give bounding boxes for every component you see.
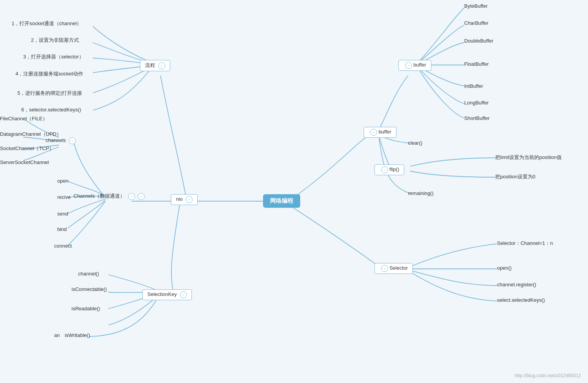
step4-label: 4，注册连接服务端socket动作 <box>15 71 83 77</box>
channels-node: channels − <box>46 137 76 144</box>
selectionkey-label: SelectionKey <box>147 291 177 297</box>
shortbuffer-label: ShortBuffer <box>464 115 490 121</box>
buffer-main-label: buffer <box>379 129 391 135</box>
doublebuffer: DoubleBuffer <box>464 38 494 44</box>
datagramchannel: DatagramChannel（UPD） <box>0 131 62 138</box>
bind-label: bind <box>57 226 67 232</box>
send-label: send <box>57 211 68 217</box>
filechannel: FileChannel（FILE） <box>0 115 48 122</box>
selector-collapse[interactable]: − <box>381 265 388 272</box>
connect-node: connect <box>54 243 72 249</box>
liucheng-label: 流程 <box>145 62 155 68</box>
bind-node: bind <box>57 226 67 232</box>
step2-label: 2，设置为非阻塞方式 <box>31 37 79 43</box>
watermark: http://blog.csdn.net/u012485012 <box>515 373 581 378</box>
iswritable-fn: an isWritable() <box>54 332 90 339</box>
selector-open: open() <box>497 265 512 271</box>
filechannel-label: FileChannel（FILE） <box>0 116 48 121</box>
floatbuffer-label: FloatBuffer <box>464 61 489 67</box>
recive-label: recive <box>57 194 71 200</box>
liucheng-node: 流程 − <box>140 60 170 71</box>
selector-child1-label: Selector：Channel=1：n <box>497 240 553 246</box>
channels-label: channels <box>46 137 66 143</box>
nio-node: nio − <box>171 194 198 205</box>
flip-collapse[interactable]: − <box>381 166 388 173</box>
clear-fn-label: clear() <box>408 140 422 146</box>
isreadable-fn: isReadable() <box>72 306 100 311</box>
floatbuffer: FloatBuffer <box>464 61 489 67</box>
flip-child1: 把limit设置为当前的position值 <box>495 154 562 161</box>
step4: 4，注册连接服务端socket动作 <box>15 70 83 77</box>
buffer-sub-node: − buffer <box>398 60 431 71</box>
send-node: send <box>57 211 68 217</box>
channel-fn-label: channel() <box>78 271 99 277</box>
flip-child1-label: 把limit设置为当前的position值 <box>495 154 562 160</box>
selector-child1: Selector：Channel=1：n <box>497 240 553 247</box>
open-label: open <box>57 178 68 184</box>
recive-node: recive <box>57 194 71 200</box>
liucheng-collapse[interactable]: − <box>158 62 165 69</box>
step5-label: 5，进行服务的绑定|打开连接 <box>17 90 82 96</box>
clear-fn: clear() <box>408 140 422 146</box>
socketchannel-label: SocketChannel（TCP） <box>0 145 54 151</box>
step6: 6，selector.selectedKeys() <box>21 106 81 113</box>
step2: 2，设置为非阻塞方式 <box>31 37 79 44</box>
nio-label: nio <box>176 196 183 202</box>
buffer-main-node: − buffer <box>364 127 397 138</box>
center-label: 网络编程 <box>263 194 300 208</box>
isconnectable-fn: isConnectable() <box>72 286 107 292</box>
buffer-sub-collapse[interactable]: − <box>405 62 412 69</box>
nio-collapse[interactable]: − <box>186 196 193 203</box>
step1: 1，打开socket通道（channel） <box>12 20 82 27</box>
buffer-sub-label: buffer <box>414 62 426 68</box>
remaining-fn-label: remaining() <box>408 190 434 196</box>
channel-register: channel.register() <box>497 282 536 287</box>
select-selected-keys: select.selectedKeys() <box>497 297 545 303</box>
doublebuffer-label: DoubleBuffer <box>464 38 494 44</box>
longbuffer: LongBuffer <box>464 100 489 106</box>
step1-label: 1，打开socket通道（channel） <box>12 21 82 26</box>
selector-open-label: open() <box>497 265 512 271</box>
channels-data-label: Channels（数据通道） <box>74 193 125 199</box>
datagramchannel-label: DatagramChannel（UPD） <box>0 131 62 137</box>
buffer-main-collapse[interactable]: − <box>370 129 377 136</box>
flip-child2-label: 把position设置为0 <box>495 174 535 180</box>
shortbuffer: ShortBuffer <box>464 115 490 121</box>
an-label: an isWritable() <box>54 332 90 338</box>
intbuffer-label: IntBuffer <box>464 83 483 89</box>
channels-data-collapse[interactable]: − <box>128 193 135 200</box>
charbuffer-label: CharBuffer <box>464 20 489 26</box>
selector-label: Selector <box>390 265 408 271</box>
channels-data-node: Channels（数据通道） − − <box>74 193 145 200</box>
selectionkey-node: SelectionKey − <box>142 289 192 300</box>
open-node: open <box>57 178 68 184</box>
channels-collapse[interactable]: − <box>69 137 76 144</box>
connect-label: connect <box>54 243 72 249</box>
select-selected-keys-label: select.selectedKeys() <box>497 297 545 303</box>
intbuffer: IntBuffer <box>464 83 483 89</box>
step6-label: 6，selector.selectedKeys() <box>21 107 81 113</box>
longbuffer-label: LongBuffer <box>464 100 489 106</box>
selectionkey-collapse[interactable]: − <box>180 291 187 298</box>
bytebuffer-label: ByteBuffer <box>464 3 487 9</box>
flip-node: − flip() <box>374 164 404 175</box>
remaining-fn: remaining() <box>408 190 434 196</box>
serversocketchannel-label: ServerSocketChannel <box>0 159 49 165</box>
step5: 5，进行服务的绑定|打开连接 <box>17 90 82 97</box>
isconnectable-fn-label: isConnectable() <box>72 286 107 292</box>
step3: 3，打开选择器（selector） <box>23 53 84 60</box>
bytebuffer: ByteBuffer <box>464 3 487 9</box>
flip-child2: 把position设置为0 <box>495 173 535 180</box>
isreadable-fn-label: isReadable() <box>72 306 100 311</box>
charbuffer: CharBuffer <box>464 20 489 26</box>
channel-register-label: channel.register() <box>497 282 536 287</box>
channels-data-collapse2[interactable]: − <box>138 193 145 200</box>
step3-label: 3，打开选择器（selector） <box>23 54 84 60</box>
socketchannel: SocketChannel（TCP） <box>0 145 54 152</box>
channel-fn: channel() <box>78 271 99 277</box>
serversocketchannel: ServerSocketChannel <box>0 159 49 165</box>
flip-label: flip() <box>390 166 399 172</box>
selector-node: − Selector <box>374 263 413 274</box>
center-node: 网络编程 <box>263 194 300 208</box>
